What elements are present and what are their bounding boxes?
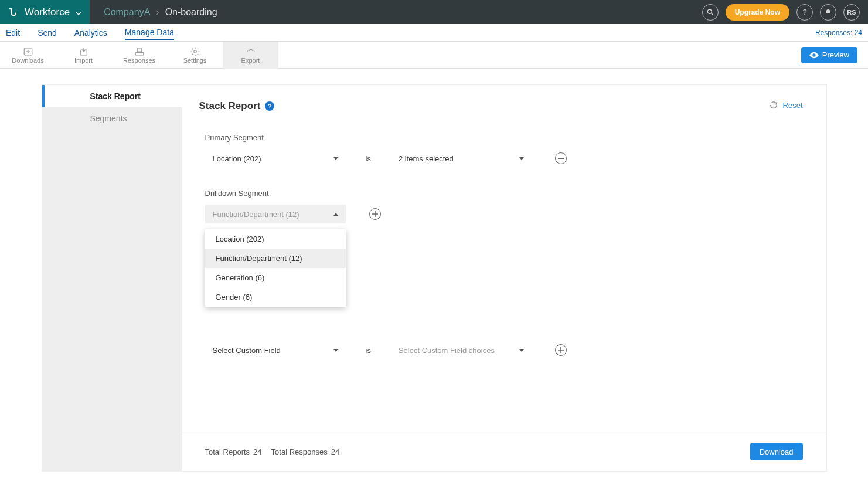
caret-down-icon bbox=[519, 349, 524, 352]
plus-icon bbox=[372, 211, 379, 218]
total-reports-value: 24 bbox=[253, 447, 261, 456]
tool-export-label: Export bbox=[241, 57, 260, 64]
reset-button[interactable]: Reset bbox=[769, 100, 803, 110]
drilldown-segment-row: Function/Department (12) bbox=[205, 205, 803, 223]
footer: Total Reports 24 Total Responses 24 Down… bbox=[182, 432, 826, 471]
toolbar: Downloads Import Responses Settings Expo… bbox=[0, 42, 868, 69]
topbar: Workforce CompanyA › On-boarding Upgrade… bbox=[0, 0, 868, 24]
drilldown-segment-select[interactable]: Function/Department (12) bbox=[205, 205, 346, 223]
custom-field-select[interactable]: Select Custom Field bbox=[205, 341, 346, 359]
upgrade-button[interactable]: Upgrade Now bbox=[726, 4, 789, 21]
tab-edit[interactable]: Edit bbox=[6, 26, 20, 40]
tab-analytics[interactable]: Analytics bbox=[74, 26, 107, 40]
add-segment-button[interactable] bbox=[369, 208, 381, 220]
dropdown-option-gender[interactable]: Gender (6) bbox=[205, 287, 346, 307]
brand-name: Workforce bbox=[25, 6, 70, 18]
is-word: is bbox=[366, 346, 371, 355]
dropdown-option-generation[interactable]: Generation (6) bbox=[205, 268, 346, 287]
help-icon[interactable]: ? bbox=[796, 4, 813, 21]
main: Stack Report ? Reset Primary Segment Loc… bbox=[182, 85, 826, 471]
primary-items-select[interactable]: 2 items selected bbox=[391, 149, 532, 168]
primary-items-value: 2 items selected bbox=[399, 154, 454, 163]
is-word: is bbox=[366, 154, 371, 163]
tool-downloads[interactable]: Downloads bbox=[0, 42, 56, 69]
eye-icon bbox=[809, 52, 819, 59]
download-button[interactable]: Download bbox=[750, 443, 803, 460]
bell-icon[interactable] bbox=[820, 4, 836, 21]
responses-count: Responses: 24 bbox=[815, 29, 862, 37]
caret-down-icon bbox=[333, 157, 338, 160]
custom-field-value: Select Custom Field bbox=[213, 346, 281, 355]
total-reports-label: Total Reports bbox=[205, 447, 250, 456]
sidebar: Stack Report Segments bbox=[42, 85, 182, 471]
brand-switcher[interactable]: Workforce bbox=[0, 0, 90, 24]
panel: Stack Report Segments Stack Report ? Res… bbox=[42, 84, 827, 472]
preview-button-label: Preview bbox=[822, 50, 849, 59]
minus-icon bbox=[558, 158, 564, 159]
svg-rect-4 bbox=[137, 48, 142, 52]
tool-settings-label: Settings bbox=[183, 57, 207, 64]
caret-up-icon bbox=[333, 213, 338, 216]
drilldown-segment-value: Function/Department (12) bbox=[213, 210, 299, 219]
drilldown-segment-label: Drilldown Segment bbox=[205, 189, 803, 198]
primary-segment-select[interactable]: Location (202) bbox=[205, 149, 346, 168]
tab-manage-data[interactable]: Manage Data bbox=[125, 25, 174, 40]
custom-field-choices-select[interactable]: Select Custom Field choices bbox=[391, 341, 532, 359]
search-icon[interactable] bbox=[702, 4, 719, 21]
svg-rect-3 bbox=[135, 52, 144, 55]
tool-import[interactable]: Import bbox=[56, 42, 111, 69]
caret-down-icon bbox=[76, 8, 81, 17]
page-title-text: Stack Report bbox=[199, 100, 261, 112]
workspace: Stack Report Segments Stack Report ? Res… bbox=[0, 69, 868, 485]
dropdown-option-location[interactable]: Location (202) bbox=[205, 229, 346, 249]
topbar-right: Upgrade Now ? RS bbox=[702, 4, 868, 21]
tool-import-label: Import bbox=[74, 57, 93, 64]
breadcrumb-page: On-boarding bbox=[165, 7, 217, 18]
help-icon[interactable]: ? bbox=[265, 101, 274, 111]
tool-responses[interactable]: Responses bbox=[111, 42, 167, 69]
tool-downloads-label: Downloads bbox=[12, 57, 43, 64]
avatar[interactable]: RS bbox=[843, 4, 860, 21]
custom-field-choices-value: Select Custom Field choices bbox=[399, 346, 495, 355]
breadcrumb-company[interactable]: CompanyA bbox=[104, 7, 150, 18]
page-title: Stack Report ? bbox=[199, 100, 803, 112]
custom-field-row: Select Custom Field is Select Custom Fie… bbox=[205, 341, 803, 359]
tool-export[interactable]: Export bbox=[223, 42, 278, 69]
dropdown-option-function[interactable]: Function/Department (12) bbox=[205, 249, 346, 268]
total-responses-value: 24 bbox=[331, 447, 339, 456]
svg-point-5 bbox=[193, 50, 196, 53]
tab-send[interactable]: Send bbox=[38, 26, 57, 40]
breadcrumb: CompanyA › On-boarding bbox=[104, 7, 217, 18]
tool-settings[interactable]: Settings bbox=[167, 42, 223, 69]
caret-down-icon bbox=[333, 349, 338, 352]
chevron-right-icon: › bbox=[156, 7, 159, 18]
svg-point-0 bbox=[707, 9, 712, 13]
sidebar-item-stack-report[interactable]: Stack Report bbox=[42, 85, 182, 107]
primary-segment-label: Primary Segment bbox=[205, 133, 803, 142]
add-custom-field-button[interactable] bbox=[555, 344, 567, 356]
primary-segment-row: Location (202) is 2 items selected bbox=[205, 149, 803, 168]
preview-button[interactable]: Preview bbox=[801, 47, 857, 63]
tool-responses-label: Responses bbox=[123, 57, 155, 64]
caret-down-icon bbox=[519, 157, 524, 160]
total-responses-label: Total Responses bbox=[271, 447, 328, 456]
primary-segment-value: Location (202) bbox=[213, 154, 261, 163]
remove-segment-button[interactable] bbox=[555, 152, 567, 164]
plus-icon bbox=[557, 347, 564, 354]
sidebar-item-segments[interactable]: Segments bbox=[42, 107, 182, 130]
reset-label: Reset bbox=[783, 101, 803, 110]
brand-logo-icon bbox=[6, 6, 19, 19]
tabbar: Edit Send Analytics Manage Data Response… bbox=[0, 24, 868, 42]
refresh-icon bbox=[769, 100, 778, 110]
drilldown-dropdown: Location (202) Function/Department (12) … bbox=[205, 229, 346, 307]
